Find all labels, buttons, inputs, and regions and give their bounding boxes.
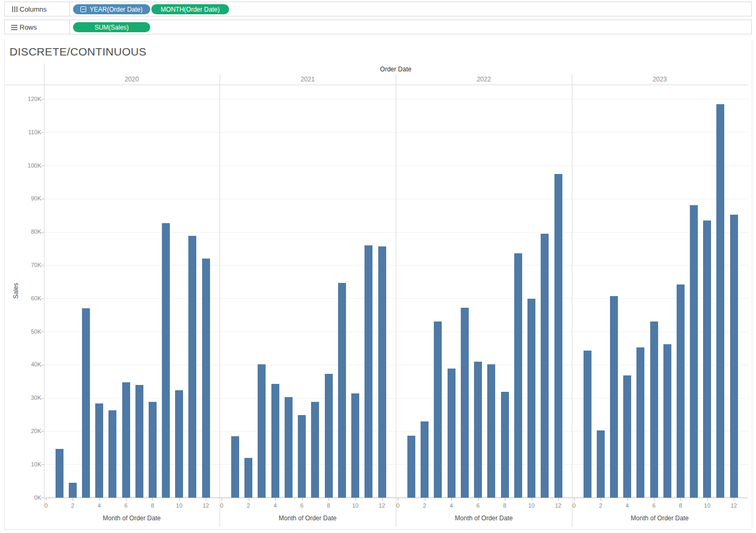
x-tick-label: 4 <box>268 502 282 509</box>
x-axis-title: Month of Order Date <box>396 514 572 522</box>
bar[interactable] <box>82 308 90 498</box>
bar[interactable] <box>650 321 658 498</box>
bar[interactable] <box>365 245 372 498</box>
x-tick-label: 2 <box>418 502 432 509</box>
year-header[interactable]: 2021 <box>220 76 396 83</box>
bar[interactable] <box>244 458 252 498</box>
pill-sum-sales[interactable]: SUM(Sales) <box>73 22 150 32</box>
bar[interactable] <box>202 259 210 498</box>
bar[interactable] <box>325 374 333 498</box>
bar[interactable] <box>527 299 535 498</box>
bar[interactable] <box>514 253 522 498</box>
bar[interactable] <box>95 403 103 498</box>
x-tick-label: 10 <box>525 502 539 509</box>
x-tick-mark <box>72 498 73 501</box>
pane-divider <box>220 74 220 527</box>
bar[interactable] <box>434 321 442 498</box>
bar[interactable] <box>730 215 738 498</box>
bar[interactable] <box>338 283 346 498</box>
y-tick-label: 100K <box>16 162 41 169</box>
columns-shelf-header: Columns <box>5 2 70 16</box>
x-tick-mark <box>99 498 100 501</box>
pane-divider <box>396 74 396 527</box>
bar[interactable] <box>690 205 698 498</box>
y-tick-label: 60K <box>16 295 41 301</box>
bar[interactable] <box>231 436 239 498</box>
rows-shelf: Rows SUM(Sales) <box>4 20 752 34</box>
bar[interactable] <box>421 421 429 498</box>
bar[interactable] <box>135 385 143 498</box>
bar[interactable] <box>554 174 562 498</box>
bar[interactable] <box>175 390 183 498</box>
x-tick-mark <box>707 498 708 501</box>
bar[interactable] <box>162 223 170 498</box>
bar[interactable] <box>610 296 618 498</box>
x-tick-label: 12 <box>375 502 389 509</box>
x-tick-label: 6 <box>471 502 485 509</box>
x-tick-label: 10 <box>700 502 714 509</box>
x-tick-mark <box>249 498 249 501</box>
x-tick-label: 6 <box>119 502 133 509</box>
bar[interactable] <box>271 384 279 498</box>
bar[interactable] <box>69 483 77 498</box>
columns-shelf-label: Columns <box>20 5 47 13</box>
year-header[interactable]: 2023 <box>572 76 748 83</box>
x-tick-mark <box>600 498 601 501</box>
bar[interactable] <box>407 436 415 498</box>
bar[interactable] <box>108 410 116 498</box>
bar[interactable] <box>623 375 631 498</box>
pill-year-order-date[interactable]: YEAR(Order Date) <box>73 4 150 14</box>
x-tick-label: 10 <box>172 502 186 509</box>
bar[interactable] <box>56 449 63 498</box>
bar[interactable] <box>703 220 711 498</box>
minus-box-icon[interactable] <box>80 6 86 12</box>
bar[interactable] <box>188 236 196 498</box>
x-tick-mark <box>356 498 356 501</box>
y-tick-label: 80K <box>16 228 41 235</box>
bar[interactable] <box>677 284 685 498</box>
bar[interactable] <box>149 402 157 498</box>
header-underline <box>4 85 748 85</box>
pill-sum-sales-label: SUM(Sales) <box>95 24 129 31</box>
y-tick-label: 10K <box>16 461 41 467</box>
x-tick-label: 4 <box>93 502 106 509</box>
bar[interactable] <box>258 364 266 498</box>
bar[interactable] <box>311 402 319 498</box>
bar[interactable] <box>448 369 456 498</box>
bar[interactable] <box>487 364 495 498</box>
x-tick-mark <box>680 498 681 501</box>
bar[interactable] <box>663 344 671 498</box>
bar[interactable] <box>461 308 469 498</box>
bar[interactable] <box>474 362 482 498</box>
y-tick-label: 20K <box>16 428 41 434</box>
bar[interactable] <box>716 104 724 498</box>
bar[interactable] <box>541 234 549 498</box>
bar[interactable] <box>597 430 605 498</box>
year-header[interactable]: 2020 <box>44 76 220 83</box>
x-tick-mark <box>126 498 126 501</box>
x-tick-mark <box>222 498 222 501</box>
x-tick-mark <box>152 498 153 501</box>
columns-icon <box>12 6 13 12</box>
x-tick-mark <box>382 498 382 501</box>
sheet-right-border <box>752 40 752 529</box>
x-tick-label: 6 <box>295 502 309 509</box>
x-tick-mark <box>46 498 47 501</box>
pill-month-order-date[interactable]: MONTH(Order Date) <box>151 4 229 14</box>
bar[interactable] <box>584 351 591 498</box>
year-header[interactable]: 2022 <box>396 76 572 83</box>
bar[interactable] <box>351 393 359 498</box>
bar[interactable] <box>298 415 306 498</box>
bar[interactable] <box>285 397 293 498</box>
bar[interactable] <box>636 347 644 498</box>
pane-divider <box>572 74 572 527</box>
x-tick-mark <box>302 498 303 501</box>
x-tick-label: 4 <box>621 502 634 509</box>
x-tick-mark <box>275 498 276 501</box>
y-tick-label: 120K <box>16 96 41 102</box>
bar[interactable] <box>122 382 130 498</box>
bar[interactable] <box>378 246 386 498</box>
bar[interactable] <box>501 392 509 498</box>
x-tick-label: 2 <box>66 502 79 509</box>
x-tick-label: 0 <box>215 502 229 509</box>
